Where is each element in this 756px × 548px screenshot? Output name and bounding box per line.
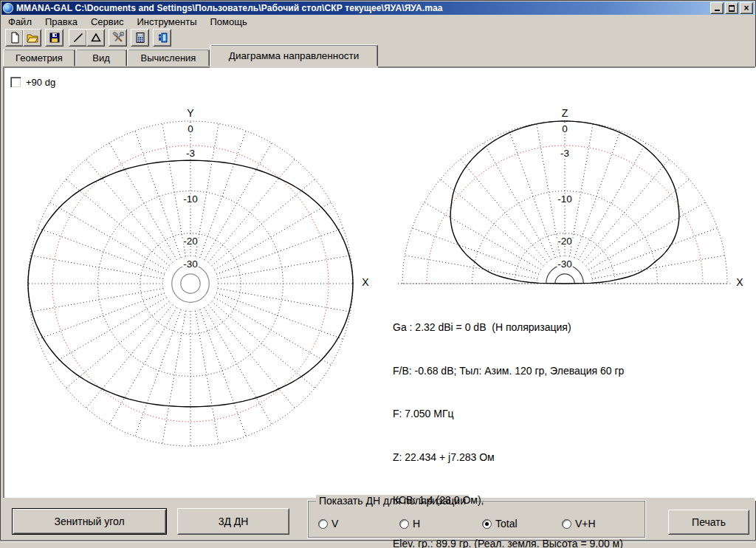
window-title: MMANA-GAL C:\Documents and Settings\Поль… <box>16 3 443 13</box>
svg-text:Y: Y <box>187 107 194 119</box>
minimize-icon <box>715 10 720 11</box>
new-file-button[interactable] <box>5 29 24 47</box>
save-floppy-icon <box>49 32 61 44</box>
app-globe-icon <box>3 3 13 13</box>
mmana-gal-window: MMANA-GAL C:\Documents and Settings\Поль… <box>0 0 756 548</box>
tab-view[interactable]: Вид <box>75 49 127 66</box>
radio-v-circle[interactable] <box>318 519 328 529</box>
calculator-icon <box>134 32 146 44</box>
svg-text:-30: -30 <box>557 258 572 270</box>
toolbar <box>1 28 755 47</box>
svg-text:0: 0 <box>188 123 193 134</box>
svg-text:-30: -30 <box>183 258 198 270</box>
plus90-label: +90 dg <box>26 77 55 88</box>
info-gain: Ga : 2.32 dBi = 0 dB (Н поляризация) <box>393 321 624 335</box>
hammer-wrench-icon <box>112 32 124 44</box>
line-icon <box>72 32 84 44</box>
print-button[interactable]: Печать <box>668 510 749 535</box>
elevation-pattern: 0-3-10-20-30ZX <box>398 107 743 288</box>
footer-bar: Зенитный угол 3Д ДН Показать ДН для поля… <box>1 498 755 541</box>
info-elevation: Elev. гр.: 89.9 гр. (Реал. земля. Высота… <box>393 537 624 548</box>
new-document-icon <box>9 32 21 44</box>
3d-pattern-button[interactable]: 3Д ДН <box>177 508 289 535</box>
close-icon: × <box>743 4 749 12</box>
info-frequency: F: 7.050 МГц <box>393 407 624 422</box>
svg-text:Z: Z <box>562 107 568 119</box>
tab-geometry[interactable]: Геометрия <box>3 49 75 66</box>
menu-file[interactable]: Файл <box>1 16 38 28</box>
plus90-checkbox[interactable] <box>10 77 21 88</box>
menu-help[interactable]: Помощь <box>203 16 253 28</box>
tab-pattern[interactable]: Диаграмма направленности <box>210 44 378 66</box>
svg-text:-3: -3 <box>560 148 569 159</box>
open-file-button[interactable] <box>23 29 41 47</box>
zenith-angle-button[interactable]: Зенитный угол <box>12 508 167 535</box>
save-file-button[interactable] <box>45 29 63 47</box>
menu-edit[interactable]: Правка <box>38 16 84 28</box>
svg-text:-10: -10 <box>557 193 572 205</box>
menu-bar: Файл Правка Сервис Инструменты Помощь <box>1 15 755 28</box>
svg-text:0: 0 <box>562 123 568 134</box>
svg-text:X: X <box>362 276 369 288</box>
svg-text:-20: -20 <box>557 236 572 247</box>
polar-plots: 0-3-10-20-30YX0-3-10-20-30ZX <box>4 68 752 496</box>
open-folder-icon <box>27 32 38 44</box>
restore-icon <box>729 6 735 11</box>
tab-strip: Геометрия Вид Вычисления Диаграмма напра… <box>1 46 755 66</box>
calculate-button[interactable] <box>131 29 149 47</box>
info-impedance: Z: 22.434 + j7.283 Ом <box>393 451 624 465</box>
azimuth-pattern: 0-3-10-20-30YX <box>28 107 369 446</box>
menu-instruments[interactable]: Инструменты <box>130 16 203 28</box>
restore-button[interactable] <box>725 2 738 14</box>
minimize-button[interactable] <box>710 2 724 14</box>
tools-button[interactable] <box>109 29 127 47</box>
info-swr: КСВ: 1.4 (23.0 Ом), <box>393 493 624 508</box>
svg-text:-3: -3 <box>186 148 195 159</box>
pattern-panel: +90 dg 0-3-10-20-30YX0-3-10-20-30ZX Ga :… <box>3 66 756 501</box>
wire-edit-button[interactable] <box>69 29 87 47</box>
exit-door-icon <box>157 32 168 44</box>
tab-calculations[interactable]: Вычисления <box>127 49 210 66</box>
menu-service[interactable]: Сервис <box>84 16 131 28</box>
title-bar: MMANA-GAL C:\Documents and Settings\Поль… <box>1 1 755 15</box>
window-bottom-border <box>0 541 756 548</box>
surface-edit-button[interactable] <box>86 29 105 47</box>
info-fb: F/B: -0.68 dB; Тыл: Азим. 120 гр, Элевац… <box>393 364 624 379</box>
exit-button[interactable] <box>153 29 171 47</box>
radio-v-label: V <box>331 518 338 530</box>
radio-v[interactable]: V <box>318 518 338 530</box>
close-button[interactable]: × <box>740 2 753 14</box>
triangle-icon <box>90 32 102 44</box>
svg-text:-20: -20 <box>183 236 198 247</box>
svg-text:X: X <box>736 276 743 288</box>
result-info: Ga : 2.32 dBi = 0 dB (Н поляризация) F/B… <box>393 292 624 548</box>
svg-text:-10: -10 <box>183 193 198 205</box>
